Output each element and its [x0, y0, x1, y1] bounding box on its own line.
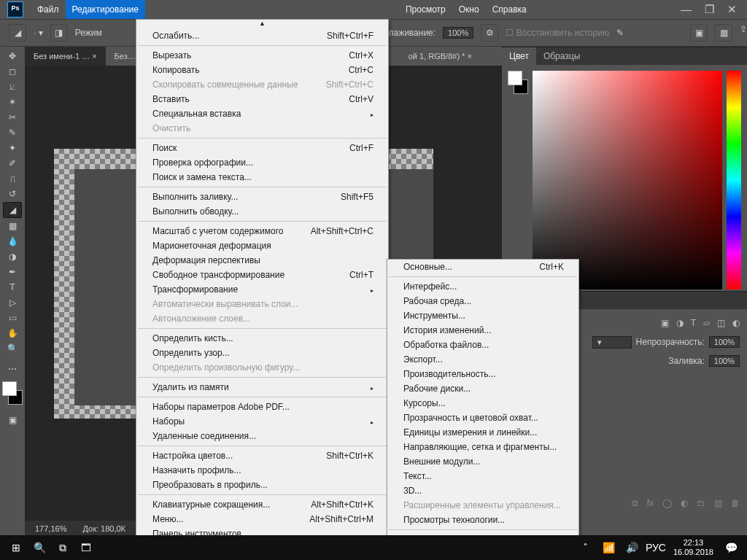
- brush-icon[interactable]: ✎: [616, 28, 624, 38]
- menu-item[interactable]: Единицы измерения и линейки...: [387, 425, 578, 440]
- eraser-tool[interactable]: ◢: [3, 202, 22, 218]
- menu-view[interactable]: Просмотр: [399, 0, 452, 19]
- marquee-tool[interactable]: ◻: [4, 64, 21, 79]
- start-button[interactable]: ⊞: [4, 542, 28, 553]
- scroll-up-arrow[interactable]: ▲: [136, 20, 388, 28]
- menu-item[interactable]: Прозрачность и цветовой охват...: [387, 411, 578, 425]
- tray-arrow-icon[interactable]: ˄: [574, 542, 597, 553]
- menu-item[interactable]: ВырезатьCtrl+X: [136, 48, 388, 63]
- menu-item[interactable]: Определить узор...: [136, 346, 388, 360]
- menu-item[interactable]: Преобразовать в профиль...: [136, 478, 388, 492]
- lasso-tool[interactable]: ⟀: [4, 79, 21, 94]
- menu-help[interactable]: Справка: [486, 0, 533, 19]
- menu-item[interactable]: ПоискCtrl+F: [136, 141, 388, 155]
- document-tab-2[interactable]: ой 1, RGB/8#) * ×: [400, 47, 481, 66]
- menu-item[interactable]: Поиск и замена текста...: [136, 170, 388, 184]
- type-filter-icon[interactable]: T: [691, 318, 696, 328]
- type-tool[interactable]: T: [4, 280, 21, 295]
- menu-item[interactable]: КопироватьCtrl+C: [136, 63, 388, 77]
- fg-swatch[interactable]: [2, 381, 17, 396]
- menu-item[interactable]: Направляющие, сетка и фрагменты...: [387, 440, 578, 454]
- menu-item[interactable]: Рабочие диски...: [387, 381, 578, 396]
- menu-window[interactable]: Окно: [452, 0, 486, 19]
- spot-heal-tool[interactable]: ✦: [4, 141, 21, 155]
- menu-item[interactable]: Инструменты...: [387, 308, 578, 323]
- menu-item[interactable]: Наборы параметров Adobe PDF...: [136, 400, 388, 414]
- menu-item[interactable]: Обработка файлов...: [387, 338, 578, 352]
- search-icon[interactable]: 🔍: [28, 542, 51, 553]
- opacity-value[interactable]: 100%: [709, 336, 740, 348]
- taskview-icon[interactable]: ⧉: [51, 542, 74, 554]
- menu-item[interactable]: 3D...: [387, 483, 578, 498]
- menu-item[interactable]: Интерфейс...: [387, 279, 578, 294]
- brush-tool[interactable]: ✐: [4, 156, 21, 171]
- close-button[interactable]: ✕: [727, 3, 737, 16]
- volume-icon[interactable]: 🔊: [621, 542, 644, 553]
- menu-item[interactable]: Просмотры технологии...: [387, 513, 578, 527]
- toggle-icon[interactable]: ◐: [732, 318, 740, 328]
- document-tab-1[interactable]: Без имени-1 … ×: [25, 47, 106, 66]
- panel-icon-1[interactable]: ▣: [690, 24, 708, 42]
- brush-size-dropdown[interactable]: · ▾: [34, 28, 43, 38]
- color-tab[interactable]: Цвет: [502, 47, 536, 65]
- menu-item[interactable]: Проверка орфографии...: [136, 155, 388, 170]
- screen-mode[interactable]: ▣: [4, 413, 21, 427]
- panel-icon-2[interactable]: ▦: [715, 24, 732, 42]
- group-icon[interactable]: 🗀: [697, 498, 705, 508]
- menu-item[interactable]: Свободное трансформированиеCtrl+T: [136, 268, 388, 282]
- menu-item[interactable]: ВставитьCtrl+V: [136, 92, 388, 106]
- clock[interactable]: 22:1316.09.2018: [667, 538, 719, 557]
- menu-item[interactable]: Рабочая среда...: [387, 294, 578, 308]
- network-icon[interactable]: 📶: [597, 542, 621, 553]
- menu-item[interactable]: Выполнить обводку...: [136, 204, 388, 219]
- menu-file[interactable]: Файл: [31, 0, 66, 19]
- menu-item[interactable]: Текст...: [387, 469, 578, 483]
- menu-item[interactable]: Определить кисть...: [136, 331, 388, 346]
- menu-item[interactable]: Выполнить заливку...Shift+F5: [136, 190, 388, 204]
- mask-add-icon[interactable]: ◯: [662, 498, 672, 508]
- menu-item[interactable]: Удалить из памяти: [136, 380, 388, 394]
- swatches-tab[interactable]: Образцы: [536, 47, 587, 65]
- share-icon[interactable]: ⇪: [740, 24, 747, 42]
- menu-item[interactable]: Курсоры...: [387, 396, 578, 411]
- filter-icon[interactable]: ▣: [661, 318, 669, 328]
- zoom-tool[interactable]: 🔍: [4, 341, 21, 356]
- notifications-icon[interactable]: 💬: [719, 542, 743, 553]
- fx-icon[interactable]: fx: [647, 498, 654, 508]
- quick-select-tool[interactable]: ✶: [4, 95, 21, 109]
- pen-tool[interactable]: ✒: [4, 265, 21, 279]
- brush-preset-button[interactable]: ◨: [50, 24, 68, 42]
- menu-item[interactable]: История изменений...: [387, 323, 578, 338]
- eraser-tool-icon[interactable]: ◢: [9, 24, 26, 42]
- doc-size[interactable]: Док: 180,0К: [82, 524, 125, 533]
- lang-indicator[interactable]: РУС: [644, 542, 667, 553]
- menu-item[interactable]: Клавиатурные сокращения...Alt+Shift+Ctrl…: [136, 497, 388, 512]
- shape-filter-icon[interactable]: ▱: [703, 318, 710, 328]
- zoom-level[interactable]: 177,16%: [35, 524, 66, 533]
- blend-mode-dropdown[interactable]: ▾: [592, 336, 632, 349]
- menu-item[interactable]: Масштаб с учетом содержимогоAlt+Shift+Ct…: [136, 224, 388, 238]
- new-layer-icon[interactable]: ▤: [714, 498, 722, 508]
- hand-tool[interactable]: ✋: [4, 326, 21, 341]
- rectangle-tool[interactable]: ▭: [4, 311, 21, 325]
- path-select-tool[interactable]: ▷: [4, 295, 21, 310]
- menu-item[interactable]: Деформация перспективы: [136, 253, 388, 268]
- menu-item[interactable]: Наборы: [136, 414, 388, 429]
- adjustment-icon[interactable]: ◐: [681, 498, 688, 508]
- dodge-tool[interactable]: ◑: [4, 249, 21, 264]
- menu-item[interactable]: Основные...Ctrl+K: [387, 260, 578, 274]
- blur-tool[interactable]: 💧: [4, 234, 21, 249]
- menu-edit[interactable]: Редактирование: [66, 0, 145, 19]
- fill-value[interactable]: 100%: [709, 355, 740, 367]
- menu-item[interactable]: Специальная вставка: [136, 106, 388, 121]
- gradient-tool[interactable]: ▦: [4, 219, 21, 233]
- menu-item[interactable]: Меню...Alt+Shift+Ctrl+M: [136, 512, 388, 526]
- menu-item[interactable]: Удаленные соединения...: [136, 429, 388, 443]
- menu-item[interactable]: Внешние модули...: [387, 454, 578, 469]
- photoshop-taskbar-icon[interactable]: 🗔: [74, 542, 98, 553]
- menu-item[interactable]: Экспорт...: [387, 352, 578, 367]
- menu-item[interactable]: Трансформирование: [136, 282, 388, 297]
- menu-item[interactable]: Производительность...: [387, 367, 578, 381]
- settings-gear-icon[interactable]: ⚙: [481, 24, 498, 42]
- color-field[interactable]: [533, 71, 722, 289]
